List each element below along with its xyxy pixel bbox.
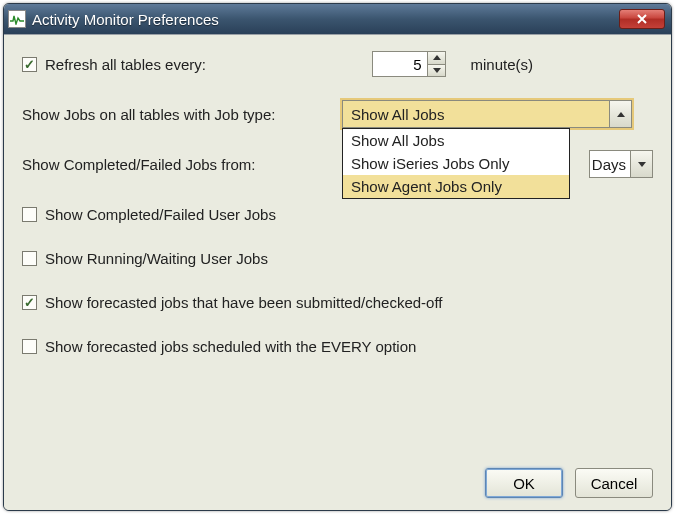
fromrange-dropdown-button[interactable]	[630, 151, 652, 177]
jobtype-dropdown[interactable]: Show All Jobs Show All Jobs Show iSeries…	[342, 100, 632, 128]
check-running-user-label: Show Running/Waiting User Jobs	[45, 250, 268, 267]
refresh-label: Refresh all tables every:	[45, 56, 206, 73]
chevron-up-icon	[433, 55, 441, 60]
app-icon	[8, 10, 26, 28]
fromrange-value: Days	[590, 151, 630, 177]
refresh-unit-label: minute(s)	[470, 56, 533, 73]
chevron-down-icon	[638, 162, 646, 167]
jobtype-label: Show Jobs on all tables with Job type:	[22, 106, 342, 123]
jobtype-option-agent[interactable]: Show Agent Jobs Only	[343, 175, 569, 198]
close-icon	[635, 13, 649, 25]
jobtype-option-iseries[interactable]: Show iSeries Jobs Only	[343, 152, 569, 175]
chevron-down-icon	[433, 68, 441, 73]
ok-button-label: OK	[513, 475, 535, 492]
cancel-button[interactable]: Cancel	[575, 468, 653, 498]
ok-button[interactable]: OK	[485, 468, 563, 498]
check-completed-user-label: Show Completed/Failed User Jobs	[45, 206, 276, 223]
window-title: Activity Monitor Preferences	[32, 11, 619, 28]
check-forecasted-submitted-label: Show forecasted jobs that have been subm…	[45, 294, 442, 311]
titlebar: Activity Monitor Preferences	[4, 4, 671, 34]
fromrange-label: Show Completed/Failed Jobs from:	[22, 156, 292, 173]
check-row-forecasted-every: Show forecasted jobs scheduled with the …	[22, 331, 653, 361]
check-completed-user[interactable]	[22, 207, 37, 222]
chevron-up-icon	[617, 112, 625, 117]
check-row-running-user: Show Running/Waiting User Jobs	[22, 243, 653, 273]
jobtype-dropdown-button[interactable]	[609, 101, 631, 127]
check-running-user[interactable]	[22, 251, 37, 266]
check-forecasted-every[interactable]	[22, 339, 37, 354]
spinner-up[interactable]	[428, 52, 445, 65]
close-button[interactable]	[619, 9, 665, 29]
jobtype-row: Show Jobs on all tables with Job type: S…	[22, 99, 653, 129]
dialog-buttons: OK Cancel	[485, 468, 653, 498]
preferences-window: Activity Monitor Preferences Refresh all…	[3, 3, 672, 511]
check-forecasted-submitted[interactable]	[22, 295, 37, 310]
check-row-completed-user: Show Completed/Failed User Jobs	[22, 199, 653, 229]
refresh-checkbox[interactable]	[22, 57, 37, 72]
spinner-buttons	[427, 52, 445, 76]
refresh-row: Refresh all tables every: minute(s)	[22, 49, 653, 79]
client-area: Refresh all tables every: minute(s) Show…	[4, 34, 671, 510]
check-row-forecasted-submitted: Show forecasted jobs that have been subm…	[22, 287, 653, 317]
jobtype-option-all[interactable]: Show All Jobs	[343, 129, 569, 152]
jobtype-options-list: Show All Jobs Show iSeries Jobs Only Sho…	[342, 128, 570, 199]
jobtype-selected: Show All Jobs	[343, 101, 609, 127]
refresh-value-input[interactable]	[373, 52, 427, 76]
refresh-spinner	[372, 51, 446, 77]
cancel-button-label: Cancel	[591, 475, 638, 492]
check-forecasted-every-label: Show forecasted jobs scheduled with the …	[45, 338, 416, 355]
spinner-down[interactable]	[428, 65, 445, 77]
fromrange-dropdown[interactable]: Days	[589, 150, 653, 178]
